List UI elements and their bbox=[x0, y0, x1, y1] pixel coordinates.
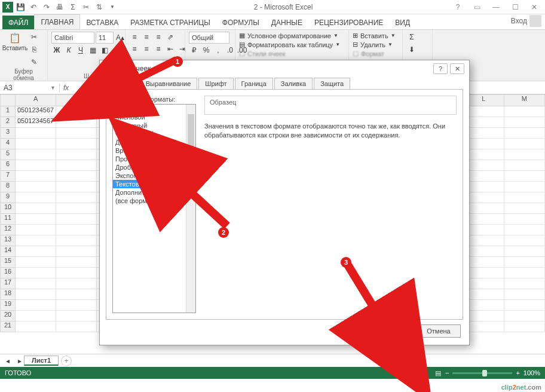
cell[interactable] bbox=[504, 246, 545, 257]
cell[interactable] bbox=[504, 160, 545, 171]
cell[interactable] bbox=[16, 235, 56, 246]
cell[interactable] bbox=[56, 160, 97, 171]
cell[interactable] bbox=[16, 128, 56, 139]
cell-styles-button[interactable]: ▢Стили ячеек bbox=[239, 50, 285, 57]
cell[interactable] bbox=[16, 311, 56, 321]
font-color-button[interactable]: A bbox=[111, 45, 122, 56]
dialog-tab-number[interactable]: Число bbox=[106, 78, 138, 90]
name-box[interactable]: A3▼ bbox=[0, 84, 60, 92]
tab-view[interactable]: ВИД bbox=[389, 16, 416, 29]
cell[interactable] bbox=[504, 235, 545, 246]
row-header[interactable]: 3 bbox=[0, 128, 16, 139]
format-option[interactable]: (все форматы) bbox=[113, 197, 195, 205]
align-right-icon[interactable]: ≡ bbox=[153, 44, 164, 54]
format-option[interactable]: Числовой bbox=[113, 113, 195, 121]
cell[interactable] bbox=[16, 149, 56, 160]
dialog-tab-align[interactable]: Выравнивание bbox=[139, 78, 198, 90]
align-middle-icon[interactable]: ≡ bbox=[141, 32, 152, 42]
tab-layout[interactable]: РАЗМЕТКА СТРАНИЦЫ bbox=[124, 16, 216, 29]
format-option[interactable]: Текстовый bbox=[113, 180, 195, 188]
row-header[interactable]: 15 bbox=[0, 257, 16, 268]
sheet-nav-prev-icon[interactable]: ◂ bbox=[2, 356, 13, 366]
listbox-scrollbar[interactable] bbox=[186, 105, 195, 313]
add-sheet-button[interactable]: + bbox=[61, 356, 72, 366]
cell[interactable] bbox=[504, 171, 545, 182]
comma-icon[interactable]: , bbox=[213, 45, 223, 56]
cell[interactable] bbox=[56, 128, 97, 139]
conditional-format-button[interactable]: ▦Условное форматирование▼ bbox=[239, 32, 338, 39]
cell[interactable] bbox=[504, 192, 545, 203]
cell[interactable] bbox=[56, 106, 97, 117]
cell[interactable] bbox=[504, 225, 545, 235]
cell[interactable] bbox=[504, 311, 545, 321]
tab-insert[interactable]: ВСТАВКА bbox=[80, 16, 124, 29]
copy-button[interactable]: ⎘ bbox=[29, 44, 39, 55]
cell[interactable] bbox=[16, 171, 56, 182]
row-header[interactable]: 16 bbox=[0, 268, 16, 278]
cell[interactable] bbox=[56, 257, 97, 268]
row-header[interactable]: 5 bbox=[0, 149, 16, 160]
autosum-icon[interactable]: Σ bbox=[68, 2, 78, 12]
increase-font-icon[interactable]: A▴ bbox=[115, 32, 125, 43]
align-top-icon[interactable]: ≡ bbox=[129, 32, 140, 42]
cut-button[interactable]: ✂ bbox=[29, 32, 39, 42]
italic-button[interactable]: К bbox=[63, 45, 74, 56]
align-left-icon[interactable]: ≡ bbox=[129, 44, 140, 54]
font-size-combo[interactable]: 11 bbox=[96, 32, 114, 44]
row-header[interactable]: 18 bbox=[0, 289, 16, 300]
align-bottom-icon[interactable]: ≡ bbox=[153, 32, 164, 42]
cut-icon[interactable]: ✂ bbox=[81, 2, 91, 12]
cell[interactable] bbox=[504, 278, 545, 289]
cell[interactable] bbox=[16, 192, 56, 203]
cell[interactable]: 0501234567 bbox=[16, 106, 56, 117]
row-header[interactable]: 17 bbox=[0, 278, 16, 289]
cell[interactable] bbox=[56, 214, 97, 225]
format-option[interactable]: Финансовый bbox=[113, 130, 195, 138]
cell[interactable] bbox=[56, 117, 97, 128]
format-option[interactable]: Общий bbox=[113, 105, 195, 113]
cell[interactable] bbox=[16, 300, 56, 311]
row-header[interactable]: 13 bbox=[0, 235, 16, 246]
dialog-tab-protect[interactable]: Защита bbox=[314, 78, 350, 90]
dialog-help-button[interactable]: ? bbox=[433, 63, 448, 74]
row-header[interactable]: 11 bbox=[0, 214, 16, 225]
format-option[interactable]: Дата bbox=[113, 138, 195, 146]
row-header[interactable]: 12 bbox=[0, 225, 16, 235]
page-layout-view-icon[interactable]: ▥ bbox=[417, 368, 431, 378]
delete-cells-button[interactable]: ⊟Удалить▼ bbox=[353, 41, 393, 48]
fx-icon[interactable]: fx bbox=[60, 84, 72, 92]
fill-color-button[interactable]: ◧ bbox=[99, 45, 110, 56]
cell[interactable] bbox=[16, 289, 56, 300]
dialog-close-button[interactable]: ✕ bbox=[450, 63, 464, 74]
row-header[interactable]: 9 bbox=[0, 192, 16, 203]
cell[interactable] bbox=[16, 160, 56, 171]
format-painter-button[interactable]: ✎ bbox=[29, 57, 39, 68]
cell[interactable] bbox=[16, 139, 56, 149]
zoom-slider[interactable] bbox=[452, 372, 512, 374]
cell[interactable] bbox=[56, 171, 97, 182]
inc-decimal-icon[interactable]: .0 bbox=[225, 45, 235, 56]
cell[interactable] bbox=[504, 300, 545, 311]
paste-button[interactable]: 📋 Вставить bbox=[4, 32, 26, 51]
cell[interactable] bbox=[56, 278, 97, 289]
close-icon[interactable]: ✕ bbox=[526, 2, 543, 12]
cell[interactable] bbox=[504, 321, 545, 332]
cell[interactable] bbox=[56, 289, 97, 300]
cell[interactable] bbox=[16, 268, 56, 278]
qat-dropdown-icon[interactable]: ▼ bbox=[108, 2, 117, 12]
format-cells-button[interactable]: ▢Формат bbox=[353, 50, 384, 57]
zoom-in-icon[interactable]: + bbox=[516, 369, 519, 376]
ribbon-options-icon[interactable]: ▭ bbox=[469, 2, 485, 12]
autosum-button[interactable]: Σ bbox=[406, 32, 417, 42]
cell[interactable] bbox=[504, 203, 545, 214]
cell[interactable] bbox=[16, 225, 56, 235]
tab-review[interactable]: РЕЦЕНЗИРОВАНИЕ bbox=[308, 16, 389, 29]
cell[interactable] bbox=[56, 300, 97, 311]
sort-icon[interactable]: ⇅ bbox=[94, 2, 104, 12]
ok-button[interactable]: OK bbox=[368, 324, 412, 338]
cell[interactable] bbox=[16, 182, 56, 192]
minimize-icon[interactable]: — bbox=[488, 2, 504, 12]
undo-icon[interactable]: ↶ bbox=[29, 2, 38, 12]
sheet-tab[interactable]: Лист1 bbox=[24, 356, 59, 366]
dialog-tab-border[interactable]: Граница bbox=[235, 78, 273, 90]
